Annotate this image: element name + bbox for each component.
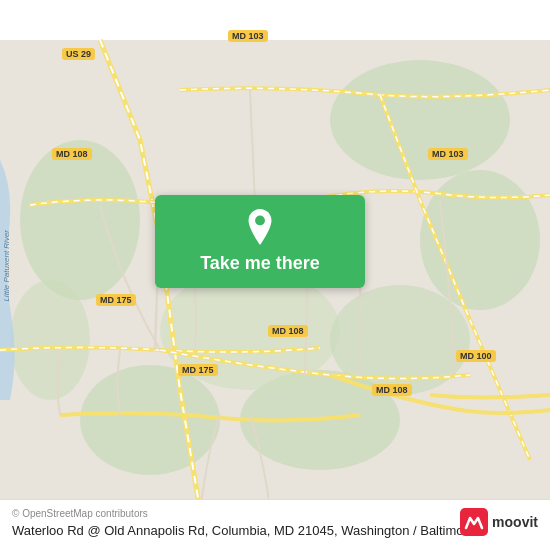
copyright-line: © OpenStreetMap contributors xyxy=(12,508,538,519)
road-label-md175-bottom: MD 175 xyxy=(178,364,218,376)
svg-point-10 xyxy=(255,216,265,226)
take-me-there-button[interactable]: Take me there xyxy=(155,195,365,288)
svg-point-2 xyxy=(330,60,510,180)
road-label-us29: US 29 xyxy=(62,48,95,60)
moovit-logo: moovit xyxy=(460,508,538,536)
road-label-md103-top: MD 103 xyxy=(228,30,268,42)
info-bar: © OpenStreetMap contributors Waterloo Rd… xyxy=(0,499,550,550)
water-label: Little Patuxent River xyxy=(2,230,11,302)
copyright-text: © OpenStreetMap contributors xyxy=(12,508,148,519)
moovit-text: moovit xyxy=(492,514,538,530)
button-label: Take me there xyxy=(200,253,320,274)
svg-point-5 xyxy=(80,365,220,475)
location-pin-icon xyxy=(242,209,278,245)
road-label-md100: MD 100 xyxy=(456,350,496,362)
svg-point-1 xyxy=(20,140,140,300)
svg-point-8 xyxy=(10,280,90,400)
road-label-md108-bottom: MD 108 xyxy=(268,325,308,337)
road-label-md108-left: MD 108 xyxy=(52,148,92,160)
road-label-md175: MD 175 xyxy=(96,294,136,306)
road-label-md108-br: MD 108 xyxy=(372,384,412,396)
address-line: Waterloo Rd @ Old Annapolis Rd, Columbia… xyxy=(12,523,475,540)
map-container: US 29 MD 103 MD 108 MD 103 MD 175 MD 108… xyxy=(0,0,550,550)
road-label-md103-right: MD 103 xyxy=(428,148,468,160)
moovit-logo-icon xyxy=(460,508,488,536)
